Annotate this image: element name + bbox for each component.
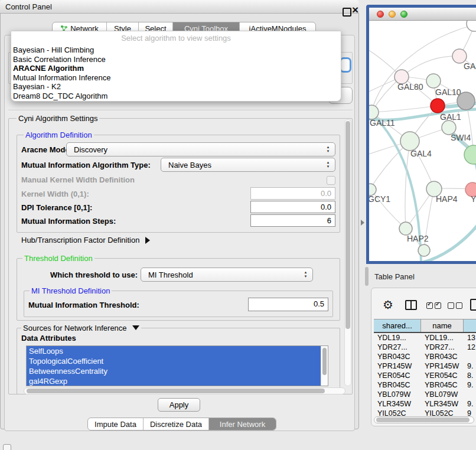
attribute-item-selected[interactable]: TopologicalCoefficient bbox=[27, 356, 321, 366]
node-label-gal80: GAL80 bbox=[397, 82, 423, 92]
algorithm-option[interactable]: ARACNE Algorithm bbox=[13, 64, 339, 73]
mi-threshold-label: Mutual Information Threshold: bbox=[28, 301, 139, 309]
network-node[interactable] bbox=[467, 21, 476, 31]
which-threshold-combobox[interactable]: MI Threshold bbox=[141, 268, 313, 282]
splitter-handle[interactable] bbox=[365, 267, 369, 286]
deselect-all-checkbox-icon[interactable] bbox=[448, 302, 454, 309]
select-all-checkbox-icon[interactable] bbox=[435, 302, 441, 309]
tab-infer-network[interactable]: Infer Network bbox=[208, 418, 276, 430]
table-row[interactable]: YBL079WYBL079W bbox=[374, 390, 476, 399]
algorithm-option[interactable]: Dream8 DC_TDC Algorithm bbox=[13, 92, 339, 101]
tab-discretize-data[interactable]: Discretize Data bbox=[143, 418, 208, 430]
zoom-traffic-light-icon[interactable] bbox=[400, 11, 407, 18]
splitter-arrow-icon[interactable] bbox=[361, 220, 364, 226]
attributes-scrollbar[interactable] bbox=[321, 346, 327, 386]
algorithm-option[interactable]: Basic Correlation Inference bbox=[13, 55, 339, 64]
hub-definition-label: Hub/Transcription Factor Definition bbox=[21, 236, 139, 244]
algorithm-option[interactable]: Mutual Information Inference bbox=[13, 73, 339, 83]
table-cell: 8. bbox=[464, 371, 476, 380]
table-hscroll-thumb[interactable] bbox=[376, 418, 470, 422]
manual-kernel-label: Manual Kernel Width Definition bbox=[21, 175, 135, 184]
table-row[interactable]: YDR27...YDR27...12 bbox=[374, 343, 476, 352]
mi-threshold-input[interactable]: 0.5 bbox=[248, 298, 328, 311]
table-cell: YIL052C bbox=[421, 409, 464, 416]
node-label-gal1: GAL1 bbox=[440, 112, 461, 122]
minimize-traffic-light-icon[interactable] bbox=[389, 11, 396, 18]
deselect-all-checkbox-icon[interactable] bbox=[456, 302, 462, 309]
network-window-titlebar[interactable] bbox=[369, 8, 476, 21]
mi-type-value: Naive Bayes bbox=[168, 161, 211, 169]
close-traffic-light-icon[interactable] bbox=[377, 11, 384, 18]
tab-impute-data[interactable]: Impute Data bbox=[88, 418, 143, 430]
network-edge[interactable] bbox=[405, 141, 410, 229]
data-attributes-list[interactable]: SelfLoopsTopologicalCoefficientBetweenne… bbox=[26, 345, 328, 386]
table-row[interactable]: YBR043CYBR043C bbox=[374, 352, 476, 361]
attributes-scroll-thumb[interactable] bbox=[322, 348, 327, 375]
table-cell: YBL079W bbox=[374, 390, 421, 399]
settings-hscroll-thumb[interactable] bbox=[27, 389, 325, 393]
network-canvas[interactable]: GALGAL80GAL10GAL1GAL11SWI4GAL4GCY1HAP4YH… bbox=[369, 21, 476, 261]
network-node-gal10[interactable] bbox=[426, 74, 441, 88]
network-node-gal4[interactable] bbox=[400, 132, 419, 151]
column-header[interactable] bbox=[464, 319, 476, 332]
mi-threshold-group-title: MI Threshold Definition bbox=[30, 286, 112, 295]
table-row[interactable]: YIL052CYIL052C9 bbox=[374, 409, 476, 416]
tab-label: Infer Network bbox=[220, 420, 265, 429]
table-row[interactable]: YDL19...YDL19...13 bbox=[374, 333, 476, 343]
new-table-icon[interactable] bbox=[470, 299, 476, 311]
mi-type-combobox[interactable]: Naive Bayes bbox=[161, 158, 335, 172]
kernel-width-input[interactable]: 0.0 bbox=[250, 187, 335, 200]
table-cell: YDR27... bbox=[374, 343, 421, 352]
apply-button[interactable]: Apply bbox=[158, 398, 200, 412]
node-label-y: Y bbox=[471, 194, 476, 204]
table-row[interactable]: YBR045CYBR045C9. bbox=[374, 380, 476, 390]
which-threshold-value: MI Threshold bbox=[148, 270, 193, 279]
attribute-item-selected[interactable]: BetweennessCentrality bbox=[27, 366, 321, 376]
select-all-checkbox-icon[interactable] bbox=[426, 302, 433, 309]
columns-icon[interactable] bbox=[405, 300, 417, 310]
close-window-icon[interactable] bbox=[352, 5, 360, 15]
settings-vscroll-thumb[interactable] bbox=[345, 121, 350, 329]
node-label-hap2: HAP2 bbox=[407, 234, 429, 243]
combo-arrows-icon bbox=[325, 161, 331, 169]
table-horizontal-scrollbar[interactable] bbox=[374, 416, 474, 423]
mi-type-label: Mutual Information Algorithm Type: bbox=[21, 161, 151, 169]
network-node[interactable] bbox=[418, 244, 430, 256]
node-table[interactable]: shared...nameYDL19...YDL19...13YDR27...Y… bbox=[374, 319, 476, 416]
settings-vertical-scrollbar[interactable] bbox=[344, 119, 351, 386]
network-node-hap2[interactable] bbox=[399, 222, 412, 235]
aracne-mode-combobox[interactable]: Discovery bbox=[66, 142, 335, 156]
column-header[interactable]: name bbox=[421, 319, 464, 332]
table-cell: YPR145W bbox=[374, 361, 421, 371]
table-row[interactable]: YPR145WYPR145W9. bbox=[374, 361, 476, 371]
table-cell: 9. bbox=[464, 361, 476, 371]
table-row[interactable]: YLR345WYLR345W9. bbox=[374, 399, 476, 409]
network-node-gal1[interactable] bbox=[431, 99, 445, 113]
gear-icon[interactable] bbox=[383, 298, 393, 312]
hub-definition-toggle[interactable]: Hub/Transcription Factor Definition bbox=[21, 236, 150, 244]
manual-kernel-checkbox[interactable] bbox=[327, 176, 335, 185]
network-edge[interactable] bbox=[371, 106, 438, 112]
float-window-icon[interactable] bbox=[343, 8, 351, 17]
table-cell: YBR043C bbox=[421, 352, 464, 361]
divider-line bbox=[8, 110, 353, 111]
minimized-panel-fragment[interactable] bbox=[3, 444, 11, 450]
data-attributes-label: Data Attributes bbox=[21, 334, 76, 343]
control-panel-title: Control Panel bbox=[5, 2, 52, 11]
algorithm-option[interactable]: Bayesian - Hill Climbing bbox=[13, 45, 339, 55]
attribute-item-selected[interactable]: gal4RGexp bbox=[27, 376, 321, 386]
column-header[interactable]: shared... bbox=[374, 319, 421, 332]
network-node[interactable] bbox=[457, 92, 475, 110]
network-node-gcy1[interactable] bbox=[369, 184, 376, 195]
algorithm-option[interactable]: Bayesian - K2 bbox=[13, 82, 339, 92]
algorithm-combobox-focus-fragment[interactable] bbox=[340, 57, 351, 73]
network-edge[interactable] bbox=[402, 56, 459, 77]
table-row[interactable]: YER054CYER054C8. bbox=[374, 371, 476, 380]
sources-group-toggle[interactable]: Sources for Network Inference bbox=[21, 324, 141, 332]
mi-steps-input[interactable]: 6 bbox=[250, 214, 335, 227]
settings-horizontal-scrollbar[interactable] bbox=[24, 387, 345, 394]
network-node[interactable] bbox=[464, 145, 476, 164]
table-cell: YDR27... bbox=[421, 343, 464, 352]
dpi-tolerance-input[interactable]: 0.0 bbox=[250, 201, 335, 213]
attribute-item-selected[interactable]: SelfLoops bbox=[27, 346, 321, 356]
